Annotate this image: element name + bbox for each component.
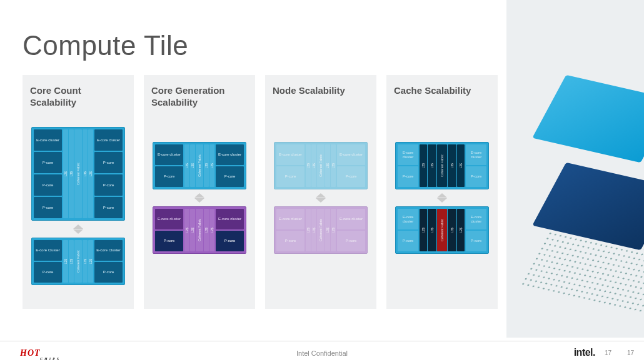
strip-l3s: L3$ <box>448 209 456 251</box>
die-small: E-core Cluster P-core L2$ L3$ Coherent F… <box>31 238 125 285</box>
strip-l2s: L2$ <box>184 209 189 251</box>
strip-l3s: L3$ <box>325 144 330 187</box>
side-illustration <box>506 0 644 338</box>
strip-l3s: L3$ <box>69 129 74 218</box>
strip-coherent: Coherent Fabric <box>437 144 447 187</box>
panels-row: Core Count Scalability E-core cluster P-… <box>23 75 498 309</box>
slide-title: Compute Tile <box>23 30 188 61</box>
block-pcore: P-core <box>94 174 123 196</box>
block-ecore: E-core cluster <box>398 144 418 165</box>
strip-l2s: L2$ <box>209 144 214 187</box>
block-ecore: E-core cluster <box>94 129 123 151</box>
block-ecore: E-core Cluster <box>34 240 62 261</box>
block-pcore: P-core <box>276 166 304 187</box>
block-pcore: P-core <box>216 231 244 251</box>
page-number: 17 <box>605 349 611 356</box>
double-arrow-icon <box>316 193 326 203</box>
strip-coherent: Coherent Fabric <box>74 129 82 218</box>
die-node-a: E-core cluster P-core L2$ L3$ Coherent F… <box>274 142 368 189</box>
panel-node: Node Scalability E-core cluster P-core L… <box>265 75 376 309</box>
strip-l2s: L2$ <box>88 129 93 218</box>
block-pcore: P-core <box>34 174 62 196</box>
strip-l3s: L3$ <box>190 144 195 187</box>
strip-l2s: L2$ <box>184 144 189 187</box>
block-ecore: E-core cluster <box>337 209 365 229</box>
strip-l2s: L2$ <box>420 209 427 251</box>
page-number-outer: 17 <box>627 349 634 356</box>
die-cache-b: E-core cluster P-core L2$ L3$ Coherent F… <box>395 206 489 254</box>
block-ecore: E-core cluster <box>216 209 244 229</box>
block-pcore: P-core <box>34 262 62 283</box>
block-ecore: E-core cluster <box>466 144 486 165</box>
footer: HOT CHIPS Intel Confidential intel. 17 1… <box>0 341 644 362</box>
block-pcore: P-core <box>466 166 486 187</box>
panel-title: Node Scalability <box>273 85 369 119</box>
strip-l3s: L3$ <box>83 240 88 283</box>
slide: Compute Tile Core Count Scalability E-co… <box>0 0 644 362</box>
strip-coherent: Coherent Fabric <box>437 209 447 251</box>
strip-l3s: L3$ <box>325 209 330 251</box>
block-ecore: E-core cluster <box>276 209 304 229</box>
double-arrow-icon <box>73 224 83 234</box>
panel-title: Cache Scalability <box>394 85 490 119</box>
panel-title: Core Generation Scalability <box>151 85 248 119</box>
panel-core-generation: Core Generation Scalability E-core clust… <box>144 75 255 309</box>
die-gen-a: E-core cluster P-core L2$ L3$ Coherent F… <box>153 142 246 189</box>
hotchips-sub: CHIPS <box>40 357 61 361</box>
double-arrow-icon <box>194 193 204 203</box>
strip-l2s: L2$ <box>306 144 311 187</box>
block-pcore: P-core <box>398 231 418 251</box>
block-ecore: E-core cluster <box>216 144 244 165</box>
block-ecore: E-core cluster <box>155 209 183 229</box>
block-pcore: P-core <box>94 262 123 283</box>
strip-l2s: L2$ <box>331 209 336 251</box>
strip-l3s: L3$ <box>190 209 195 251</box>
strip-l2s: L2$ <box>63 129 68 218</box>
strip-l3s: L3$ <box>448 144 456 187</box>
panel-title: Core Count Scalability <box>30 85 126 119</box>
die-cache-a: E-core cluster P-core L2$ L3$ Coherent F… <box>395 142 489 189</box>
strip-l3s: L3$ <box>428 209 436 251</box>
strip-l3s: L3$ <box>204 144 209 187</box>
strip-l3s: L3$ <box>69 240 74 283</box>
block-ecore: E-core cluster <box>398 209 418 229</box>
strip-coherent: Coherent Fabric <box>317 144 325 187</box>
block-pcore: P-core <box>34 197 62 218</box>
block-ecore: E-core cluster <box>155 144 183 165</box>
die-large: E-core cluster P-core P-core P-core L2$ … <box>31 127 125 221</box>
intel-logo: intel. <box>574 347 595 358</box>
strip-l3s: L3$ <box>311 209 316 251</box>
panel-core-count: Core Count Scalability E-core cluster P-… <box>23 75 134 309</box>
diagram-stack: E-core cluster P-core P-core P-core L2$ … <box>30 127 126 285</box>
block-pcore: P-core <box>466 231 486 251</box>
block-pcore: P-core <box>94 197 123 218</box>
die-gen-b: E-core cluster P-core L2$ L3$ Coherent F… <box>153 206 246 254</box>
hotchips-logo: HOT CHIPS <box>20 348 41 358</box>
chip-die-top <box>532 75 644 163</box>
strip-l3s: L3$ <box>428 144 436 187</box>
block-pcore: P-core <box>155 166 183 187</box>
strip-l3s: L3$ <box>83 129 88 218</box>
strip-l2s: L2$ <box>306 209 311 251</box>
block-pcore: P-core <box>94 152 123 173</box>
block-pcore: P-core <box>337 166 365 187</box>
block-pcore: P-core <box>398 166 418 187</box>
strip-l2s: L2$ <box>331 144 336 187</box>
double-arrow-icon <box>437 193 447 203</box>
diagram-stack: E-core cluster P-core L2$ L3$ Coherent F… <box>273 142 369 254</box>
strip-l3s: L3$ <box>204 209 209 251</box>
block-pcore: P-core <box>276 231 304 251</box>
diagram-stack: E-core cluster P-core L2$ L3$ Coherent F… <box>151 142 248 254</box>
strip-l2s: L2$ <box>63 240 68 283</box>
block-ecore: E-core Cluster <box>94 240 123 261</box>
block-ecore: E-core cluster <box>466 209 486 229</box>
strip-coherent: Coherent Fabric <box>196 209 203 251</box>
die-node-b: E-core cluster P-core L2$ L3$ Coherent F… <box>274 206 368 254</box>
strip-l2s: L2$ <box>88 240 93 283</box>
strip-coherent: Coherent Fabric <box>196 144 203 187</box>
block-ecore: E-core cluster <box>337 144 365 165</box>
panel-cache: Cache Scalability E-core cluster P-core … <box>386 75 498 309</box>
block-pcore: P-core <box>216 166 244 187</box>
strip-coherent: Coherent Fabric <box>74 240 82 283</box>
strip-l3s: L3$ <box>311 144 316 187</box>
